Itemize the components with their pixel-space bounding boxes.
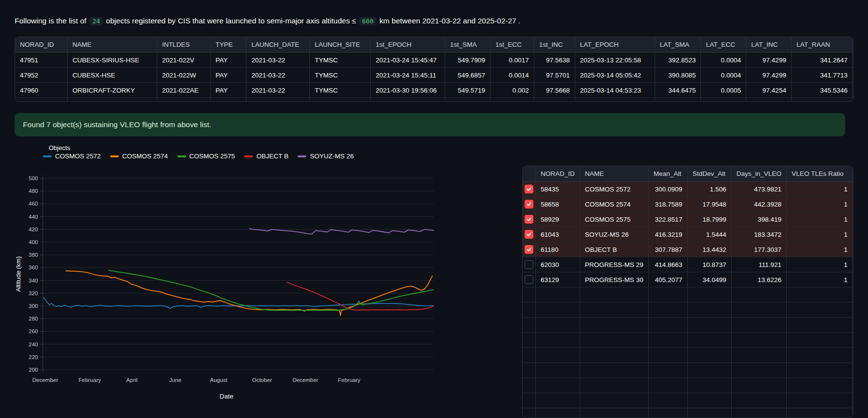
vleo-table-empty-row[interactable]	[523, 303, 853, 318]
vleo-table-empty-cell	[732, 318, 787, 333]
launch-table-cell: 2023-07-06 15:46:07	[371, 98, 445, 102]
launch-table-header-cell: LAT_ECC	[701, 37, 746, 53]
launch-table[interactable]: NORAD_IDNAMEINTLDESTYPELAUNCH_DATELAUNCH…	[15, 37, 853, 102]
vleo-table-cell: PROGRESS-MS 30	[580, 272, 649, 287]
vleo-table-empty-row[interactable]	[523, 348, 853, 363]
vleo-table-empty-row[interactable]	[523, 378, 853, 393]
vleo-table-row[interactable]: 63129PROGRESS-MS 30405.207734.049913.622…	[523, 272, 853, 287]
vleo-table-empty-cell	[523, 408, 536, 418]
launch-table-cell: 0.0014	[491, 68, 534, 83]
vleo-table[interactable]: NORAD_IDNAMEMean_AltStdDev_AltDays_in_VL…	[522, 166, 853, 418]
launch-table-row[interactable]: 47960ORBICRAFT-ZORKY2021-022AEPAY2021-03…	[15, 83, 853, 98]
legend-swatch	[110, 155, 119, 157]
vleo-table-empty-cell	[787, 348, 853, 363]
row-checkbox[interactable]	[525, 230, 533, 239]
legend-item-soyuz-ms-26[interactable]: SOYUZ-MS 26	[298, 152, 354, 160]
vleo-table-row[interactable]: 61180OBJECT B307.788713.4432177.30371	[523, 242, 853, 257]
row-checkbox-cell[interactable]	[523, 197, 536, 212]
row-checkbox-cell[interactable]	[523, 272, 536, 287]
row-checkbox-cell[interactable]	[523, 242, 536, 257]
vleo-table-row[interactable]: 58435COSMOS 2572300.09091.506473.98211	[523, 182, 853, 197]
launch-table-header-cell: TYPE	[211, 37, 247, 53]
success-alert: Found 7 object(s) sustaining VLEO flight…	[15, 113, 845, 136]
legend-item-cosmos-2572[interactable]: COSMOS 2572	[43, 152, 101, 160]
launch-table-cell: 97.5638	[534, 53, 575, 68]
legend-item-cosmos-2575[interactable]: COSMOS 2575	[177, 152, 235, 160]
vleo-table-header-row: NORAD_IDNAMEMean_AltStdDev_AltDays_in_VL…	[523, 166, 853, 182]
vleo-table-row[interactable]: 58658COSMOS 2574318.758917.9548442.39281	[523, 197, 853, 212]
y-tick-label: 440	[29, 214, 38, 220]
launch-table-cell: 2021-022AE	[157, 83, 211, 98]
check-icon	[526, 186, 532, 192]
legend-swatch	[244, 155, 253, 157]
vleo-table-header-cell: Mean_Alt	[649, 166, 688, 182]
vleo-table-empty-cell	[580, 393, 649, 408]
row-checkbox-cell[interactable]	[523, 227, 536, 242]
row-checkbox[interactable]	[525, 200, 533, 209]
row-checkbox-cell[interactable]	[523, 182, 536, 197]
launch-table-row[interactable]: 47952CUBESX-HSE2021-022WPAY2021-03-22TYM…	[15, 68, 853, 83]
vleo-table-empty-cell	[536, 348, 580, 363]
legend-item-object-b[interactable]: OBJECT B	[244, 152, 288, 160]
y-tick-label: 320	[29, 290, 38, 296]
launch-table-cell: PAY	[211, 53, 247, 68]
x-tick-label: April	[126, 377, 137, 383]
vleo-table-empty-cell	[649, 303, 688, 318]
y-tick-label: 220	[29, 354, 38, 360]
launch-table-cell: 341.2647	[792, 53, 853, 68]
launch-table-cell: ORBICRAFT-ZORKY	[68, 83, 157, 98]
vleo-table-empty-cell	[536, 303, 580, 318]
row-checkbox[interactable]	[525, 245, 533, 254]
row-checkbox[interactable]	[525, 215, 533, 224]
launch-table-cell: 47960	[15, 83, 68, 98]
vleo-table-cell: 442.3928	[732, 197, 787, 212]
legend-label: COSMOS 2574	[122, 152, 168, 160]
launch-table-row[interactable]: 57198YARILO 32023-091AJPAY2023-06-27VOST…	[15, 98, 853, 102]
launch-table-cell: 549.5719	[445, 83, 491, 98]
vleo-table-cell: 416.3219	[649, 227, 688, 242]
vleo-table-row[interactable]: 61043SOYUZ-MS 26416.32191.5444183.34721	[523, 227, 853, 242]
vleo-table-empty-cell	[649, 378, 688, 393]
y-tick-label: 240	[29, 342, 38, 347]
vleo-table-empty-row[interactable]	[523, 393, 853, 408]
launch-table-cell: 2021-03-22	[246, 53, 310, 68]
altitude-chart[interactable]: 2002202402602803003203403603804004204404…	[15, 164, 438, 389]
series-line-cosmos-2575[interactable]	[109, 270, 434, 311]
row-checkbox[interactable]	[525, 275, 533, 284]
row-checkbox[interactable]	[525, 260, 533, 269]
launch-table-row[interactable]: 47951CUBESX-SIRIUS-HSE2021-022VPAY2021-0…	[15, 53, 853, 68]
row-checkbox[interactable]	[525, 185, 533, 193]
vleo-table-empty-row[interactable]	[523, 363, 853, 378]
chart-legend: COSMOS 2572COSMOS 2574COSMOS 2575OBJECT …	[43, 152, 354, 160]
vleo-table-cell: 34.0499	[688, 272, 732, 287]
vleo-table-empty-cell	[649, 348, 688, 363]
vleo-table-empty-cell	[787, 363, 853, 378]
vleo-table-row[interactable]: 62030PROGRESS-MS 29414.866310.8737111.92…	[523, 257, 853, 272]
vleo-table-empty-cell	[787, 303, 853, 318]
x-tick-label: February	[78, 377, 101, 383]
y-tick-label: 280	[29, 316, 38, 322]
vleo-table-empty-row[interactable]	[523, 408, 853, 418]
vleo-table-row[interactable]: 58929COSMOS 2575322.851718.7999398.4191	[523, 212, 853, 227]
y-tick-label: 360	[29, 265, 38, 270]
vleo-table-empty-cell	[523, 348, 536, 363]
launch-table-header-cell: LAT_SMA	[655, 37, 701, 53]
vleo-table-empty-row[interactable]	[523, 287, 853, 303]
vleo-table-empty-cell	[523, 378, 536, 393]
vleo-table-empty-cell	[732, 333, 787, 348]
vleo-table-empty-cell	[523, 303, 536, 318]
vleo-table-empty-cell	[688, 287, 732, 303]
legend-item-cosmos-2574[interactable]: COSMOS 2574	[110, 152, 168, 160]
vleo-table-empty-row[interactable]	[523, 333, 853, 348]
launch-table-cell: PAY	[211, 83, 247, 98]
launch-table-cell: 2021-03-24 15:45:47	[371, 53, 445, 68]
header-note-text-before: Following is the list of	[15, 17, 86, 25]
row-checkbox-cell[interactable]	[523, 212, 536, 227]
vleo-table-empty-row[interactable]	[523, 318, 853, 333]
vleo-table-cell: 17.9548	[688, 197, 732, 212]
launch-table-header-cell: LAUNCH_DATE	[246, 37, 310, 53]
launch-table-cell: 2021-022V	[157, 53, 211, 68]
limit-badge: 600	[359, 17, 376, 25]
row-checkbox-cell[interactable]	[523, 257, 536, 272]
legend-label: COSMOS 2575	[189, 152, 235, 160]
